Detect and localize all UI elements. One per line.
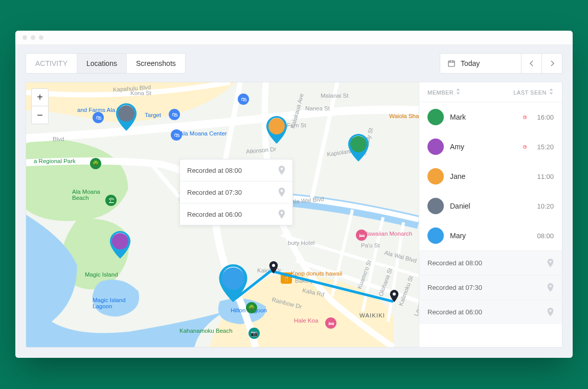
zoom-in-button[interactable]: + <box>32 89 48 106</box>
window-titlebar <box>15 31 573 45</box>
map-avatar-pin[interactable] <box>116 103 137 131</box>
svg-point-7 <box>272 264 275 267</box>
food-icon: 🍴 <box>281 272 292 284</box>
pin-icon <box>278 210 285 219</box>
pin-icon <box>547 259 554 267</box>
popup-record[interactable]: Recorded at 06:00 <box>180 203 292 225</box>
map-avatar-pin[interactable] <box>109 231 131 259</box>
popup-record[interactable]: Recorded at 07:30 <box>180 181 292 203</box>
member-row[interactable]: Mark 16:00 <box>419 102 562 132</box>
member-name: Jane <box>450 172 531 180</box>
live-indicator-icon <box>523 116 527 119</box>
sort-icon <box>549 88 554 95</box>
app-window: ACTIVITY Locations Screenshots Today <box>15 31 573 358</box>
record-row[interactable]: Recorded at 06:00 <box>419 300 562 324</box>
lodge-icon: 🛏 <box>325 317 336 329</box>
member-lastseen: 11:00 <box>537 173 554 180</box>
date-prev-button[interactable] <box>522 53 542 74</box>
member-row[interactable]: Mary 08:00 <box>419 221 562 250</box>
route-waypoint-pin[interactable] <box>269 261 278 274</box>
park-icon: 🌳 <box>246 302 257 313</box>
pin-icon <box>278 188 285 197</box>
map-canvas[interactable]: + − Recorded at 08:00 Recorded at 07:30 … <box>26 82 419 347</box>
live-indicator-icon <box>523 145 527 149</box>
avatar <box>427 227 444 244</box>
map-popup: Recorded at 08:00 Recorded at 07:30 Reco… <box>179 159 293 225</box>
date-label: Today <box>461 59 480 67</box>
record-row[interactable]: Recorded at 08:00 <box>419 250 562 275</box>
pin-icon <box>547 283 554 292</box>
member-name: Mary <box>450 232 531 240</box>
calendar-icon <box>447 59 456 67</box>
traffic-light <box>22 35 27 40</box>
traffic-light <box>39 35 43 40</box>
tab-locations[interactable]: Locations <box>77 54 127 73</box>
traffic-light <box>31 35 35 40</box>
avatar <box>427 198 444 214</box>
col-lastseen-header[interactable]: LAST SEEN <box>513 88 554 96</box>
avatar <box>427 139 444 155</box>
record-row[interactable]: Recorded at 07:30 <box>419 275 562 300</box>
member-row[interactable]: Amy 15:20 <box>419 132 562 162</box>
map-avatar-pin-selected[interactable] <box>218 264 248 302</box>
member-lastseen: 16:00 <box>537 113 554 121</box>
shop-icon: 🛍 <box>93 112 104 123</box>
pin-icon <box>278 166 285 175</box>
record-label: Recorded at 06:00 <box>427 308 482 316</box>
member-lastseen: 08:00 <box>537 232 554 240</box>
tab-screenshots[interactable]: Screenshots <box>127 54 185 73</box>
record-label: Recorded at 08:00 <box>427 259 482 267</box>
col-member-header[interactable]: MEMBER <box>427 88 461 96</box>
members-panel: MEMBER LAST SEEN Mark 16:00 Amy 15:20 Ja… <box>419 82 562 347</box>
shop-icon: 🛍 <box>238 94 249 105</box>
svg-rect-0 <box>448 61 455 66</box>
member-name: Daniel <box>450 202 531 210</box>
avatar <box>427 109 444 125</box>
pin-icon <box>547 308 554 316</box>
route-waypoint-pin[interactable] <box>390 290 399 303</box>
tab-activity[interactable]: ACTIVITY <box>26 54 77 73</box>
map-avatar-pin[interactable] <box>348 134 369 162</box>
date-picker[interactable]: Today <box>440 53 522 74</box>
member-row[interactable]: Daniel 10:20 <box>419 191 562 221</box>
member-name: Amy <box>450 143 517 151</box>
shop-icon: 🛍 <box>169 109 180 120</box>
member-lastseen: 10:20 <box>537 202 554 210</box>
zoom-controls: + − <box>31 88 49 124</box>
park-icon: ⛱ <box>105 195 117 206</box>
date-next-button[interactable] <box>542 53 562 74</box>
lodge-icon: 🛏 <box>356 230 367 241</box>
zoom-out-button[interactable]: − <box>32 106 48 124</box>
member-lastseen: 15:20 <box>537 143 554 151</box>
member-row[interactable]: Jane 11:00 <box>419 162 562 191</box>
shop-icon: 🛍 <box>171 129 182 141</box>
record-label: Recorded at 07:30 <box>427 284 482 291</box>
popup-record[interactable]: Recorded at 08:00 <box>180 159 292 181</box>
park-icon: 🌳 <box>90 158 101 169</box>
svg-point-8 <box>393 292 396 295</box>
view-tabs: ACTIVITY Locations Screenshots <box>26 53 186 74</box>
member-name: Mark <box>450 113 517 121</box>
avatar <box>427 168 444 185</box>
attraction-icon: 📷 <box>248 328 260 339</box>
map-avatar-pin[interactable] <box>266 116 287 144</box>
sort-icon <box>456 88 461 95</box>
